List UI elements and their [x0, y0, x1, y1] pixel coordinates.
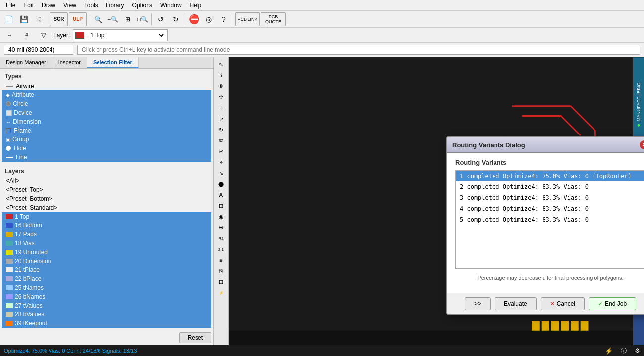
- tab-design-manager[interactable]: Design Manager: [0, 57, 52, 68]
- layer-18-vias[interactable]: 18 Vias: [2, 239, 211, 248]
- tool-delete[interactable]: ✂: [216, 146, 226, 156]
- toolbar-redo[interactable]: ↻: [169, 12, 183, 26]
- tool-wire[interactable]: ∿: [216, 168, 226, 178]
- grid-btn[interactable]: #: [20, 28, 34, 42]
- variant-item-1[interactable]: 1 completed Optimize4: 75.0% Vias: 0 (To…: [456, 171, 644, 181]
- tool-route[interactable]: ↗: [216, 114, 226, 124]
- tool-copy[interactable]: ⧉: [216, 135, 226, 145]
- end-job-button[interactable]: ✓ End Job: [589, 297, 636, 310]
- toolbar-pcb-link[interactable]: PCB LINK: [235, 12, 260, 26]
- layer-tool-btn[interactable]: ↔: [3, 28, 17, 42]
- tool-info[interactable]: ℹ: [216, 70, 226, 80]
- layer-preset-top[interactable]: <Preset_Top>: [2, 185, 211, 194]
- layer-all[interactable]: <All>: [2, 177, 211, 185]
- type-line[interactable]: Line: [2, 153, 211, 162]
- toolbar-target[interactable]: ◎: [202, 12, 216, 26]
- tool-misc[interactable]: ⊞: [216, 277, 226, 287]
- tool-via[interactable]: ◉: [216, 212, 226, 222]
- status-icon-lightning: ⚡: [605, 347, 613, 355]
- tab-selection-filter[interactable]: Selection Filter: [87, 57, 139, 68]
- tool-select[interactable]: ↖: [216, 59, 226, 69]
- type-group[interactable]: ▣ Group: [2, 135, 211, 144]
- menu-draw[interactable]: Draw: [38, 1, 59, 10]
- variant-item-3[interactable]: 3 completed Optimize4: 83.3% Vias: 0: [456, 192, 644, 203]
- layer-39-tkeepout[interactable]: 39 tKeepout: [2, 319, 211, 328]
- command-input[interactable]: [77, 45, 640, 55]
- filter-btn[interactable]: ▽: [37, 28, 50, 42]
- toolbar-zoom-fit[interactable]: ⊞: [121, 12, 135, 26]
- menu-edit[interactable]: Edit: [19, 1, 38, 10]
- reset-button[interactable]: Reset: [179, 332, 211, 343]
- type-circle[interactable]: Circle: [2, 99, 211, 108]
- tool-eye[interactable]: 👁: [216, 81, 226, 91]
- routing-variants-label: Routing Variants: [455, 159, 644, 166]
- layer-20-dimension[interactable]: 20 Dimension: [2, 257, 211, 266]
- tool-coord2[interactable]: 2.1: [216, 244, 226, 254]
- tool-measure[interactable]: ⬤: [216, 179, 226, 189]
- toolbar-pcb-quote[interactable]: PCB QUOTE: [261, 12, 286, 26]
- layer-bar: ↔ # ▽ Layer: 1 Top 16 Bottom 17 Pads 18 …: [0, 28, 644, 43]
- menu-library[interactable]: Library: [102, 1, 128, 10]
- variant-item-2[interactable]: 2 completed Optimize4: 83.3% Vias: 0: [456, 181, 644, 192]
- cancel-button[interactable]: ✕ Cancel: [541, 297, 585, 310]
- toolbar-help[interactable]: ?: [217, 12, 231, 26]
- evaluate-button[interactable]: Evaluate: [495, 297, 537, 310]
- layer-28-bvalues[interactable]: 28 bValues: [2, 310, 211, 319]
- type-attribute[interactable]: ◆ Attribute: [2, 90, 211, 99]
- group-icon: ▣: [6, 137, 10, 142]
- toolbar-zoom-sel[interactable]: □🔍: [136, 12, 149, 26]
- toolbar-stop[interactable]: ⛔: [187, 12, 201, 26]
- more-button[interactable]: >>: [465, 297, 491, 310]
- type-device[interactable]: ⬜ Device: [2, 108, 211, 117]
- menu-help[interactable]: Help: [186, 1, 206, 10]
- type-airwire[interactable]: Airwire: [2, 82, 211, 90]
- menu-view[interactable]: View: [59, 1, 80, 10]
- tool-select2[interactable]: ⊹: [216, 103, 226, 113]
- layer-19-unrouted[interactable]: 19 Unrouted: [2, 248, 211, 257]
- tool-text[interactable]: A: [216, 190, 226, 200]
- layer-preset-standard[interactable]: <Preset_Standard>: [2, 203, 211, 212]
- tool-label[interactable]: ⚡: [216, 288, 226, 298]
- toolbar-zoom-in[interactable]: 🔍: [91, 12, 105, 26]
- manufacturing-icon: ●: [636, 123, 642, 129]
- tool-coord[interactable]: R2: [216, 233, 226, 243]
- variant-item-4[interactable]: 4 completed Optimize4: 83.3% Vias: 0: [456, 203, 644, 214]
- layer-21-tplace[interactable]: 21 tPlace: [2, 266, 211, 274]
- tool-rotate[interactable]: ↻: [216, 125, 226, 134]
- layer-27-tvalues[interactable]: 27 tValues: [2, 301, 211, 310]
- layer-preset-bottom[interactable]: <Preset_Bottom>: [2, 194, 211, 203]
- type-frame[interactable]: Frame: [2, 126, 211, 135]
- layer-16-bottom[interactable]: 16 Bottom: [2, 221, 211, 230]
- menu-options[interactable]: Options: [128, 1, 156, 10]
- menu-window[interactable]: Window: [156, 1, 186, 10]
- tool-connect[interactable]: ⊞: [216, 201, 226, 211]
- toolbar-print[interactable]: 🖨: [32, 12, 46, 26]
- toolbar-scr[interactable]: SCR: [50, 12, 68, 26]
- menu-tools[interactable]: Tools: [80, 1, 102, 10]
- menu-file[interactable]: File: [2, 1, 19, 10]
- layer-39-color: [6, 321, 13, 326]
- tab-inspector[interactable]: Inspector: [52, 57, 87, 68]
- type-hole[interactable]: Hole: [2, 144, 211, 153]
- layer-selector-container[interactable]: 1 Top 16 Bottom 17 Pads 18 Vias: [73, 29, 168, 41]
- tool-move[interactable]: ✢: [216, 92, 226, 102]
- dialog-close-button[interactable]: ✕: [640, 140, 644, 149]
- layer-1-top[interactable]: 1 Top: [2, 212, 211, 221]
- layer-select[interactable]: 1 Top 16 Bottom 17 Pads 18 Vias: [86, 31, 165, 40]
- toolbar-new[interactable]: 📄: [2, 12, 16, 26]
- toolbar-ulp[interactable]: ULP: [69, 12, 87, 26]
- variant-item-5[interactable]: 5 completed Optimize4: 83.3% Vias: 0: [456, 214, 644, 225]
- layer-25-tnames[interactable]: 25 tNames: [2, 283, 211, 292]
- tool-tag[interactable]: ⌖: [216, 157, 226, 167]
- toolbar-save[interactable]: 💾: [17, 12, 31, 26]
- toolbar-undo[interactable]: ↺: [154, 12, 168, 26]
- layer-22-bplace[interactable]: 22 bPlace: [2, 274, 211, 283]
- toolbar-zoom-out[interactable]: −🔍: [106, 12, 120, 26]
- dialog-title-bar: Routing Variants Dialog ✕: [447, 137, 644, 153]
- layer-17-pads[interactable]: 17 Pads: [2, 230, 211, 239]
- tool-attr[interactable]: ≡: [216, 255, 226, 265]
- tool-pad[interactable]: ⊕: [216, 222, 226, 232]
- layer-26-bnames[interactable]: 26 bNames: [2, 292, 211, 301]
- tool-smash[interactable]: ⎘: [216, 266, 226, 276]
- type-dimension[interactable]: ↔ Dimension: [2, 117, 211, 126]
